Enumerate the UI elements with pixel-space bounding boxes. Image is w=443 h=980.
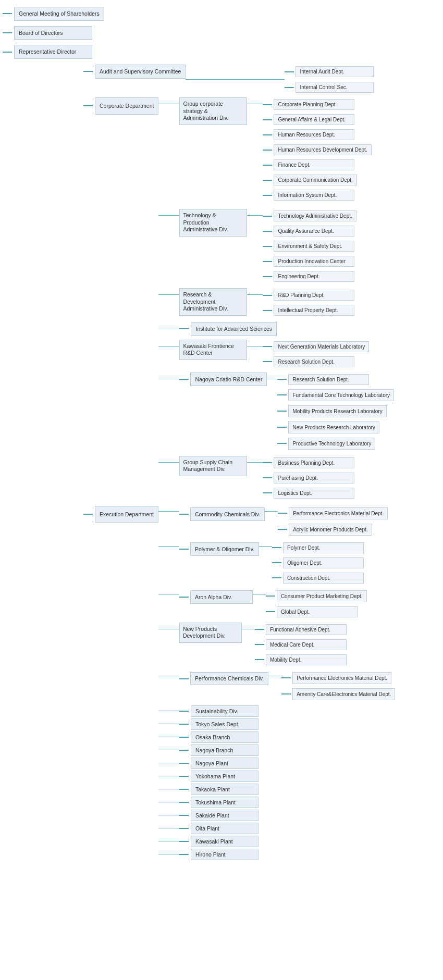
internal-control-row: Internal Control Sec. bbox=[285, 82, 374, 93]
div-aron-alpha: Aron Alpha Div. bbox=[190, 590, 253, 604]
single-div-node: Hirono Plant bbox=[191, 849, 259, 860]
div-group-corp-strategy: Group corporate strategy & Administratio… bbox=[179, 97, 247, 125]
single-div-node: Nagoya Plant bbox=[191, 758, 259, 769]
single-div-row: Osaka Branch bbox=[158, 731, 395, 743]
execution-dept-node: Execution Department bbox=[95, 506, 158, 523]
marker-rep bbox=[3, 52, 12, 53]
div-nagoya-criatio: Nagoya Criatio R&D Center bbox=[190, 373, 267, 387]
single-div-node: Kawasaki Plant bbox=[191, 836, 259, 847]
div-kawasaki-frontience: Kawasaki Frontience R&D Center bbox=[179, 340, 247, 360]
marker-internal-audit bbox=[285, 71, 294, 72]
div-new-products-dev: New Products Development Div. bbox=[179, 623, 242, 643]
marker-general bbox=[3, 13, 12, 14]
internal-control-node: Internal Control Sec. bbox=[296, 82, 374, 93]
single-div-row: Tokyo Sales Dept. bbox=[158, 718, 395, 730]
rep-director-row: Representative Director bbox=[3, 45, 440, 59]
div-institute: Institute for Advanced Sciences bbox=[191, 322, 277, 336]
general-meeting-row: General Meeting of Shareholders bbox=[3, 7, 440, 21]
marker-exec-dept bbox=[83, 514, 93, 515]
single-div-row: Hirono Plant bbox=[158, 849, 395, 860]
rep-director-node: Representative Director bbox=[14, 45, 92, 59]
internal-audit-node: Internal Audit Dept. bbox=[296, 66, 374, 77]
div-performance-chem: Performance Chemicals Div. bbox=[190, 672, 268, 686]
org-chart: General Meeting of Shareholders Board of… bbox=[0, 0, 443, 865]
internal-audit-row: Internal Audit Dept. bbox=[285, 66, 374, 77]
board-row: Board of Directors bbox=[3, 26, 440, 40]
marker-corp-dept bbox=[83, 105, 93, 106]
audit-supervisory-node: Audit and Supervisory Committee bbox=[95, 65, 186, 79]
single-div-row: Kawasaki Plant bbox=[158, 836, 395, 847]
single-div-node: Takaoka Plant bbox=[191, 784, 259, 795]
single-div-node: Yokohama Plant bbox=[191, 771, 259, 782]
single-div-row: Sakaide Plant bbox=[158, 810, 395, 821]
div-polymer-oligomer: Polymer & Oligomer Div. bbox=[190, 542, 259, 556]
div-tech-prod: Technology & Production Administrative D… bbox=[179, 209, 247, 237]
general-meeting-node: General Meeting of Shareholders bbox=[14, 7, 104, 21]
div-commodity-chem: Commodity Chemicals Div. bbox=[190, 507, 265, 522]
single-div-node: Tokushima Plant bbox=[191, 797, 259, 808]
div-rd-admin: Research & Development Administrative Di… bbox=[179, 288, 247, 316]
single-div-row: Tokushima Plant bbox=[158, 797, 395, 808]
single-div-row: Yokohama Plant bbox=[158, 771, 395, 782]
single-div-row: Oita Plant bbox=[158, 823, 395, 834]
single-div-row: Takaoka Plant bbox=[158, 784, 395, 795]
marker-internal-control bbox=[285, 87, 294, 88]
marker-board bbox=[3, 32, 12, 33]
single-div-row: Sustainability Div. bbox=[158, 705, 395, 717]
single-div-node: Oita Plant bbox=[191, 823, 259, 834]
board-node: Board of Directors bbox=[14, 26, 92, 40]
single-div-node: Osaka Branch bbox=[191, 731, 259, 743]
single-div-node: Tokyo Sales Dept. bbox=[191, 718, 259, 730]
single-div-node: Nagoya Branch bbox=[191, 745, 259, 756]
corporate-dept-node: Corporate Department bbox=[95, 97, 158, 115]
single-div-row: Nagoya Branch bbox=[158, 745, 395, 756]
div-supply-chain: Group Supply Chain Management Div. bbox=[179, 456, 247, 476]
marker-audit bbox=[83, 71, 93, 72]
single-div-node: Sustainability Div. bbox=[191, 705, 259, 717]
single-div-row: Nagoya Plant bbox=[158, 758, 395, 769]
single-div-node: Sakaide Plant bbox=[191, 810, 259, 821]
